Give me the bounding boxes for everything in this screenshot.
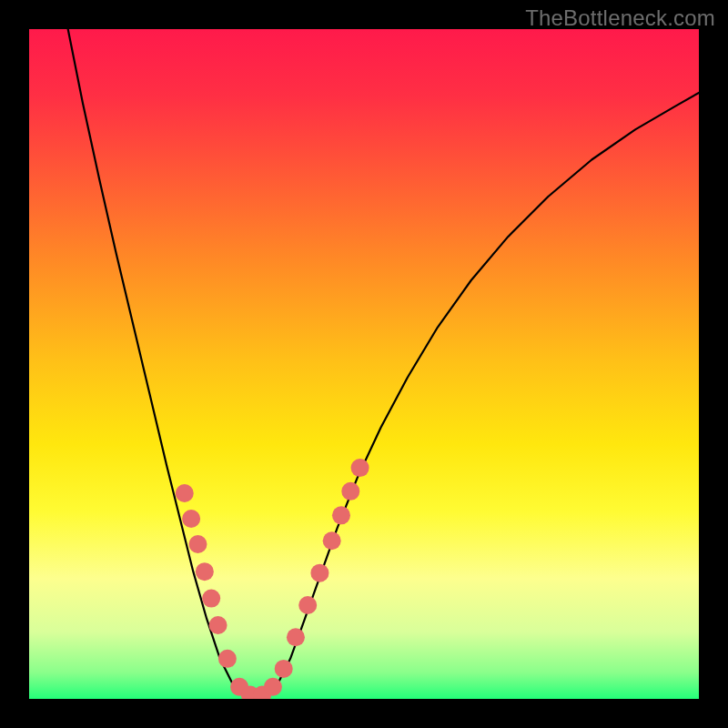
range-dot [341, 482, 359, 500]
range-dot [275, 660, 293, 678]
range-dot [182, 510, 200, 528]
range-dot [287, 628, 305, 646]
range-dot [332, 506, 350, 524]
range-dot [218, 650, 237, 668]
chart-frame: TheBottleneck.com [0, 0, 728, 728]
plot-area [29, 29, 699, 699]
range-dot [176, 484, 194, 502]
gradient-background [29, 29, 699, 699]
range-dot [264, 678, 282, 696]
range-dot [202, 590, 220, 608]
range-dot [323, 531, 341, 550]
range-dot [310, 564, 329, 582]
range-dot [298, 596, 317, 614]
range-dot [351, 459, 369, 477]
range-dot [209, 616, 228, 634]
chart-svg [29, 29, 699, 699]
range-dot [196, 562, 214, 581]
range-dot [188, 535, 207, 553]
watermark-text: TheBottleneck.com [525, 5, 715, 31]
